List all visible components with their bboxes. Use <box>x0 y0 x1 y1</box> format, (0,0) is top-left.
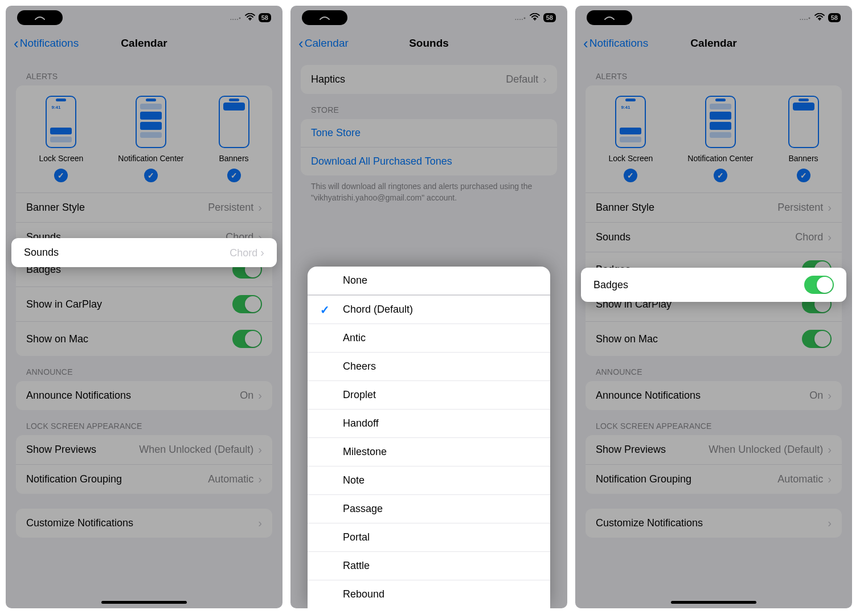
wifi-icon <box>814 13 825 22</box>
section-header-store: STORE <box>301 94 557 119</box>
row-banner-style[interactable]: Banner Style Persistent› <box>16 193 272 222</box>
content-scroll[interactable]: ALERTS 9:41 Lock Screen ✓ Notification C… <box>575 57 852 608</box>
row-value: On <box>809 390 823 402</box>
row-value: Persistent <box>208 202 253 214</box>
sound-option[interactable]: ✓Chord (Default) <box>308 294 550 324</box>
toggle-mac[interactable] <box>802 330 832 348</box>
back-label: Calendar <box>305 37 349 50</box>
sound-option[interactable]: None <box>308 267 550 294</box>
home-indicator[interactable] <box>671 601 756 604</box>
checkmark-icon: ✓ <box>320 303 330 317</box>
row-announce[interactable]: Announce Notifications On› <box>16 381 272 410</box>
lockscreen-preview-icon: 9:41 <box>46 96 76 148</box>
row-label: Haptics <box>311 73 345 85</box>
row-value: Default <box>506 73 538 85</box>
link-tone-store[interactable]: Tone Store <box>301 119 557 147</box>
sound-option[interactable]: Milestone <box>308 437 550 466</box>
row-show-previews[interactable]: Show Previews When Unlocked (Default)› <box>586 435 842 464</box>
nav-bar: ‹ Calendar Sounds <box>290 30 567 57</box>
row-label: Show Previews <box>26 444 96 456</box>
chevron-right-icon: › <box>258 473 262 486</box>
highlight-row-sounds[interactable]: Sounds Chord › <box>11 238 277 267</box>
row-sounds[interactable]: Sounds Chord› <box>586 222 842 252</box>
screen-3: ....▪ 58 ‹ Notifications Calendar ALERTS… <box>575 6 852 608</box>
check-icon: ✓ <box>54 169 68 182</box>
sound-option[interactable]: Portal <box>308 523 550 551</box>
row-label: Show in CarPlay <box>26 298 102 310</box>
wifi-icon <box>245 13 255 22</box>
row-announce[interactable]: Announce Notifications On› <box>586 381 842 410</box>
sound-option[interactable]: Passage <box>308 494 550 523</box>
sound-option-label: Cheers <box>343 361 376 373</box>
row-notification-grouping[interactable]: Notification Grouping Automatic› <box>16 464 272 494</box>
svg-point-0 <box>249 19 251 21</box>
sound-option-label: Rebound <box>343 588 384 600</box>
row-customize-notifications[interactable]: Customize Notifications › <box>586 509 842 538</box>
sound-option[interactable]: Droplet <box>308 380 550 409</box>
sound-option-label: Milestone <box>343 446 387 458</box>
alert-preview-label: Lock Screen <box>39 154 84 163</box>
row-customize-notifications[interactable]: Customize Notifications › <box>16 509 272 538</box>
sound-option[interactable]: Rattle <box>308 551 550 580</box>
row-carplay[interactable]: Show in CarPlay <box>16 286 272 321</box>
alert-preview-lockscreen[interactable]: 9:41 Lock Screen ✓ <box>609 96 653 182</box>
sound-option[interactable]: Cheers <box>308 352 550 380</box>
svg-point-2 <box>818 19 820 21</box>
content-scroll[interactable]: ALERTS 9:41 Lock Screen ✓ Notification C… <box>6 57 282 608</box>
sound-option-label: Rattle <box>343 560 370 572</box>
row-haptics[interactable]: Haptics Default› <box>301 65 557 94</box>
alert-preview-notificationcenter[interactable]: Notification Center ✓ <box>118 96 183 182</box>
row-show-previews[interactable]: Show Previews When Unlocked (Default)› <box>16 435 272 464</box>
alert-preview-banners[interactable]: Banners ✓ <box>219 96 249 182</box>
alert-preview-label: Lock Screen <box>609 154 653 163</box>
sound-option[interactable]: Handoff <box>308 409 550 437</box>
back-label: Notifications <box>589 37 649 50</box>
chevron-left-icon: ‹ <box>298 36 304 51</box>
chevron-right-icon: › <box>828 201 832 214</box>
lockscreen-preview-icon: 9:41 <box>615 96 646 148</box>
alert-preview-banners[interactable]: Banners ✓ <box>788 96 819 182</box>
toggle-mac[interactable] <box>232 330 262 348</box>
banners-preview-icon <box>219 96 249 148</box>
section-header-alerts: ALERTS <box>16 57 272 85</box>
sound-option-label: Antic <box>343 332 366 344</box>
section-header-alerts: ALERTS <box>586 57 842 85</box>
highlight-row-badges[interactable]: Badges <box>581 268 846 302</box>
section-header-lockappearance: LOCK SCREEN APPEARANCE <box>586 410 842 435</box>
alerts-card: 9:41 Lock Screen ✓ Notification Center ✓ <box>16 85 272 356</box>
sound-option[interactable]: Note <box>308 466 550 494</box>
notificationcenter-preview-icon <box>705 96 736 148</box>
chevron-right-icon: › <box>828 517 832 530</box>
chevron-right-icon: › <box>543 73 547 86</box>
toggle-badges[interactable] <box>804 276 834 294</box>
chevron-right-icon: › <box>258 517 262 530</box>
sound-option[interactable]: Rebound <box>308 580 550 608</box>
chevron-right-icon: › <box>258 389 262 402</box>
check-icon: ✓ <box>797 169 810 182</box>
home-indicator[interactable] <box>101 601 187 604</box>
row-show-on-mac[interactable]: Show on Mac <box>586 321 842 356</box>
alert-preview-notificationcenter[interactable]: Notification Center ✓ <box>687 96 753 182</box>
dynamic-island <box>587 10 632 25</box>
row-label: Badges <box>593 279 628 291</box>
row-notification-grouping[interactable]: Notification Grouping Automatic› <box>586 464 842 494</box>
row-label: Banner Style <box>596 202 654 214</box>
check-icon: ✓ <box>714 169 727 182</box>
toggle-carplay[interactable] <box>232 295 262 313</box>
link-download-all[interactable]: Download All Purchased Tones <box>301 147 557 175</box>
sound-list[interactable]: None✓Chord (Default)AnticCheersDropletHa… <box>308 267 550 608</box>
row-label: Announce Notifications <box>596 390 701 402</box>
row-show-on-mac[interactable]: Show on Mac <box>16 321 272 356</box>
chevron-left-icon: ‹ <box>14 36 19 51</box>
screen-1: ....▪ 58 ‹ Notifications Calendar ALERTS… <box>6 6 282 608</box>
row-value: Automatic <box>777 473 823 485</box>
row-label: Sounds <box>596 231 630 243</box>
sound-option[interactable]: Antic <box>308 324 550 352</box>
back-button[interactable]: ‹ Notifications <box>14 36 79 51</box>
back-button[interactable]: ‹ Notifications <box>583 36 648 51</box>
row-label: Announce Notifications <box>26 390 131 402</box>
back-button[interactable]: ‹ Calendar <box>298 36 349 51</box>
row-banner-style[interactable]: Banner Style Persistent› <box>586 193 842 222</box>
svg-point-1 <box>534 19 535 21</box>
alert-preview-lockscreen[interactable]: 9:41 Lock Screen ✓ <box>39 96 84 182</box>
